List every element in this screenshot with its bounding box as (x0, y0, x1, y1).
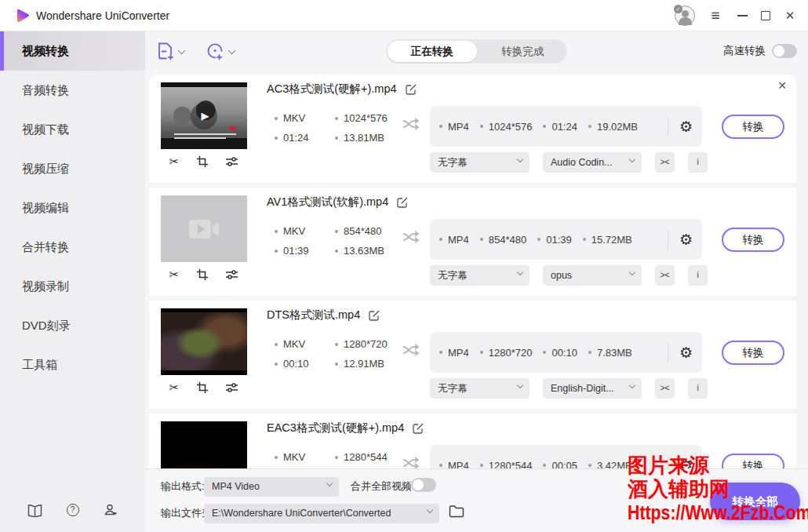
settings-gear-icon[interactable]: ⚙ (679, 344, 693, 361)
crop-icon[interactable] (196, 381, 209, 394)
target-format: MP4 (448, 234, 469, 246)
sidebar-item-merge-convert[interactable]: 合并转换 (0, 228, 145, 267)
source-duration: 01:24 (283, 132, 309, 144)
sidebar-item-toolbox[interactable]: 工具箱 (0, 345, 145, 384)
avatar-head (682, 10, 689, 17)
thumb-toolbar: ✂ (161, 149, 247, 174)
add-disc-dropdown-icon (228, 46, 236, 54)
menu-icon[interactable]: ≡ (704, 0, 726, 31)
source-resolution: 1280*544 (344, 451, 388, 463)
crop-icon[interactable] (196, 268, 209, 281)
source-resolution: 1280*720 (344, 338, 388, 350)
fast-convert-toggle[interactable] (772, 44, 797, 58)
thumbnail-subtitle-accent (229, 126, 236, 130)
target-size: 7.83MB (597, 347, 632, 359)
file-row-2: ✂ AV1格式测试(软解).mp4 MKV 854*480 01:39 13.6… (149, 188, 796, 296)
output-format-label: 输出格式: (161, 479, 205, 494)
target-resolution: 1024*576 (489, 121, 533, 133)
merge-all-label: 合并全部视频 (351, 479, 412, 494)
compress-icon[interactable]: >< (655, 265, 675, 286)
effects-icon[interactable] (225, 156, 238, 167)
compress-icon[interactable]: >< (655, 378, 675, 399)
sidebar-item-audio-convert[interactable]: 音频转换 (0, 71, 145, 110)
subtitle-select[interactable]: 无字幕 (430, 265, 530, 286)
subtitle-select[interactable]: 无字幕 (430, 152, 530, 173)
target-summary: MP4 1024*576 01:24 19.02MB ⚙ (430, 106, 702, 147)
close-window-button[interactable]: ✕ (778, 0, 802, 31)
settings-gear-icon[interactable]: ⚙ (679, 118, 693, 135)
source-format: MKV (283, 451, 305, 463)
target-size: 15.72MB (591, 234, 632, 246)
add-file-dropdown-icon (178, 46, 186, 54)
effects-icon[interactable] (225, 382, 238, 393)
subtitle-select[interactable]: 无字幕 (430, 378, 530, 399)
audio-codec-select[interactable]: English-Digit... (543, 378, 642, 399)
compress-icon[interactable]: >< (655, 152, 675, 173)
tab-converting[interactable]: 正在转换 (388, 41, 477, 62)
convert-button[interactable]: 转换 (722, 115, 784, 139)
sidebar-item-video-convert[interactable]: 视频转换 (0, 31, 145, 71)
rename-icon[interactable] (405, 83, 417, 96)
output-folder-select[interactable]: E:\Wondershare UniConverter\Converted (204, 504, 439, 523)
close-list-icon[interactable]: ✕ (777, 79, 787, 92)
target-duration: 00:10 (551, 347, 577, 359)
minimize-icon (737, 15, 748, 16)
source-format: MKV (283, 225, 305, 237)
rename-icon[interactable] (368, 309, 380, 322)
sidebar-item-video-download[interactable]: 视频下载 (0, 110, 145, 149)
convert-button[interactable]: 转换 (722, 341, 784, 365)
crop-icon[interactable] (196, 155, 209, 168)
target-summary: MP4 854*480 01:39 15.72MB ⚙ (430, 219, 702, 260)
settings-gear-icon[interactable]: ⚙ (679, 231, 693, 248)
add-disc-icon (206, 42, 225, 61)
rename-icon[interactable] (412, 422, 424, 435)
video-thumbnail[interactable] (161, 308, 247, 375)
user-avatar[interactable]: ✓ (675, 5, 695, 26)
source-format: MKV (283, 338, 305, 350)
minimize-button[interactable] (731, 0, 753, 31)
add-file-button[interactable] (157, 42, 184, 61)
add-disc-button[interactable] (206, 42, 235, 61)
video-thumbnail[interactable] (161, 195, 247, 262)
trim-icon[interactable]: ✂ (169, 268, 180, 282)
thumb-toolbar: ✂ (161, 262, 247, 287)
rename-icon[interactable] (396, 196, 409, 209)
convert-button[interactable]: 转换 (722, 228, 784, 252)
merge-all-toggle[interactable] (411, 478, 436, 492)
info-icon[interactable]: i (688, 152, 708, 173)
tab-converted[interactable]: 转换完成 (479, 39, 568, 64)
info-icon[interactable]: i (688, 378, 708, 399)
add-file-icon (157, 42, 175, 61)
audio-codec-select[interactable]: opus (543, 265, 642, 286)
contact-icon[interactable] (103, 502, 118, 518)
output-format-select[interactable]: MP4 Video (204, 477, 339, 497)
sidebar-item-video-compress[interactable]: 视频压缩 (0, 149, 145, 188)
audio-codec-select[interactable]: Audio Codin... (543, 152, 642, 173)
file-name: DTS格式测试.mp4 (267, 308, 360, 322)
fast-convert-label: 高速转换 (723, 44, 766, 58)
trim-icon[interactable]: ✂ (169, 381, 180, 395)
video-thumbnail[interactable]: ▶ (161, 82, 247, 149)
source-size: 13.63MB (344, 245, 384, 257)
toggle-knob (773, 46, 784, 56)
app-window: Wondershare UniConverter ✓ ≡ ✕ 视频转换 音频转换… (0, 0, 808, 532)
sidebar-item-dvd-burn[interactable]: DVD刻录 (0, 306, 145, 345)
sidebar-item-screen-record[interactable]: 视频录制 (0, 267, 145, 306)
target-duration: 01:39 (546, 234, 572, 246)
sidebar-item-video-edit[interactable]: 视频编辑 (0, 188, 145, 228)
effects-icon[interactable] (225, 269, 238, 280)
output-settings-bar: 输出格式: MP4 Video 合并全部视频 输出文件夹: E:\Wonders… (145, 468, 808, 532)
trim-icon[interactable]: ✂ (169, 155, 180, 169)
thumb-toolbar: ✂ (161, 375, 247, 400)
help-question-glyph: ? (67, 504, 79, 516)
info-icon[interactable]: i (688, 265, 708, 286)
title-bar: Wondershare UniConverter ✓ ≡ ✕ (0, 0, 808, 31)
maximize-button[interactable] (755, 0, 777, 31)
help-icon[interactable]: ? (65, 502, 81, 518)
toolbar: 正在转换 转换完成 高速转换 (145, 31, 808, 71)
target-size: 19.02MB (597, 121, 638, 133)
user-guide-icon[interactable] (27, 502, 43, 518)
fast-convert-control: 高速转换 (723, 44, 797, 58)
open-folder-icon[interactable] (449, 505, 464, 518)
convert-all-button[interactable]: 转换全部 (710, 483, 800, 520)
